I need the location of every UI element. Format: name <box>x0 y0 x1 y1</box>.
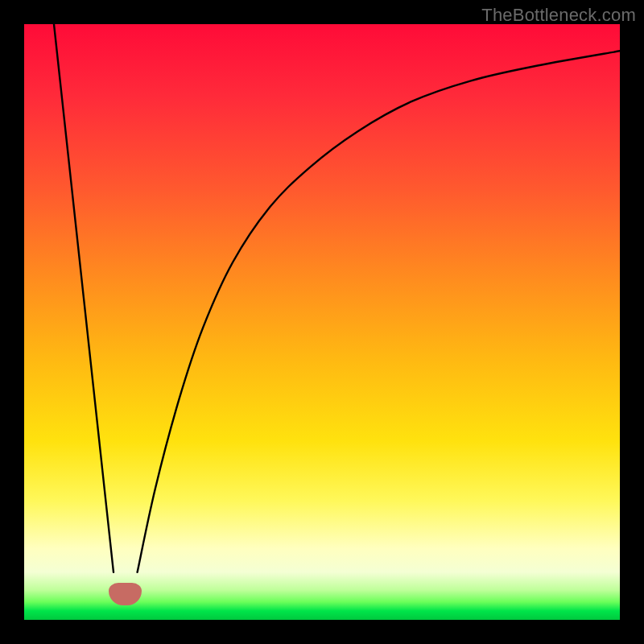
plot-area <box>24 24 620 620</box>
chart-frame: TheBottleneck.com <box>0 0 644 644</box>
curve-svg <box>24 24 620 620</box>
curve-right-branch <box>138 51 620 572</box>
curve-left-branch <box>54 24 114 572</box>
watermark-text: TheBottleneck.com <box>481 5 636 26</box>
